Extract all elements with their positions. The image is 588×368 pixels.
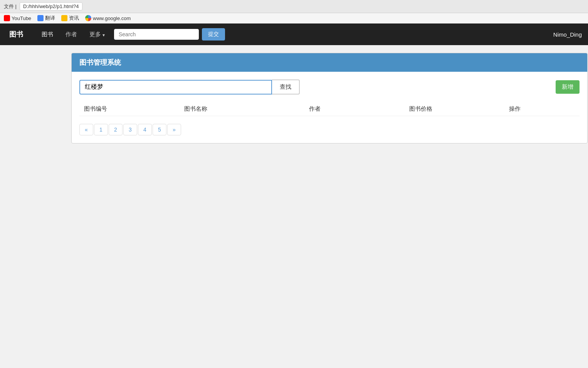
col-header-id: 图书编号	[79, 102, 180, 116]
bookmark-news[interactable]: 资讯	[61, 15, 79, 22]
page-3-button[interactable]: 3	[123, 124, 137, 135]
bookmark-translate[interactable]: 翻译	[37, 15, 55, 22]
news-icon	[61, 15, 67, 21]
nav-item-author[interactable]: 作者	[59, 24, 83, 45]
bookmark-google[interactable]: www.google.com	[85, 15, 131, 21]
col-header-name: 图书名称	[180, 102, 305, 116]
app-navbar: 图书 图书 作者 更多 提交 Nimo_Ding	[0, 24, 588, 45]
page-next-button[interactable]: »	[167, 124, 181, 135]
page-title: 图书管理系统	[79, 59, 121, 66]
col-header-action: 操作	[504, 102, 580, 116]
new-book-button[interactable]: 新增	[556, 80, 580, 94]
nav-user: Nimo_Ding	[553, 31, 582, 38]
page-1-button[interactable]: 1	[94, 124, 108, 135]
page-4-button[interactable]: 4	[138, 124, 152, 135]
google-icon	[85, 15, 91, 21]
books-table: 图书编号 图书名称 作者 图书价格 操作	[79, 102, 580, 116]
address-bar[interactable]: D:/hhh/web/p2/p1.html?4	[20, 2, 82, 10]
search-button[interactable]: 查找	[272, 79, 300, 95]
nav-author-label: 作者	[66, 31, 77, 38]
bookmark-translate-label: 翻译	[45, 15, 55, 22]
col-header-price: 图书价格	[405, 102, 505, 116]
pagination: « 1 2 3 4 5 »	[79, 124, 580, 135]
nav-submit-button[interactable]: 提交	[202, 28, 225, 41]
main-content: 图书管理系统 查找 新增 图书编号 图书名称 作者 图书价格 操作	[0, 45, 588, 315]
translate-icon	[37, 15, 44, 21]
bookmark-youtube[interactable]: YouTube	[4, 15, 31, 21]
nav-more-label: 更多	[89, 31, 105, 38]
card-body: 查找 新增 图书编号 图书名称 作者 图书价格 操作	[72, 72, 587, 143]
chevron-down-icon	[102, 31, 105, 38]
card-header: 图书管理系统	[72, 53, 587, 72]
nav-item-books[interactable]: 图书	[35, 24, 59, 45]
file-label: 文件 |	[4, 3, 17, 10]
page-prev-button[interactable]: «	[79, 124, 93, 135]
search-area: 查找 新增	[79, 79, 580, 95]
bookmark-youtube-label: YouTube	[12, 15, 31, 21]
nav-brand[interactable]: 图书	[6, 30, 26, 39]
bookmark-news-label: 资讯	[69, 15, 79, 22]
nav-books-label: 图书	[42, 31, 53, 38]
youtube-icon	[4, 15, 10, 21]
book-search-input[interactable]	[79, 80, 272, 95]
nav-search-area: 提交	[114, 28, 225, 41]
main-card: 图书管理系统 查找 新增 图书编号 图书名称 作者 图书价格 操作	[71, 53, 588, 143]
col-header-author: 作者	[304, 102, 405, 116]
bookmarks-bar: YouTube 翻译 资讯 www.google.com	[0, 13, 588, 24]
nav-search-input[interactable]	[114, 29, 199, 40]
page-2-button[interactable]: 2	[109, 124, 123, 135]
page-5-button[interactable]: 5	[153, 124, 166, 135]
nav-item-more[interactable]: 更多	[83, 24, 111, 45]
bookmark-google-label: www.google.com	[93, 15, 131, 21]
address-bar-area: 文件 | D:/hhh/web/p2/p1.html?4	[0, 0, 588, 13]
